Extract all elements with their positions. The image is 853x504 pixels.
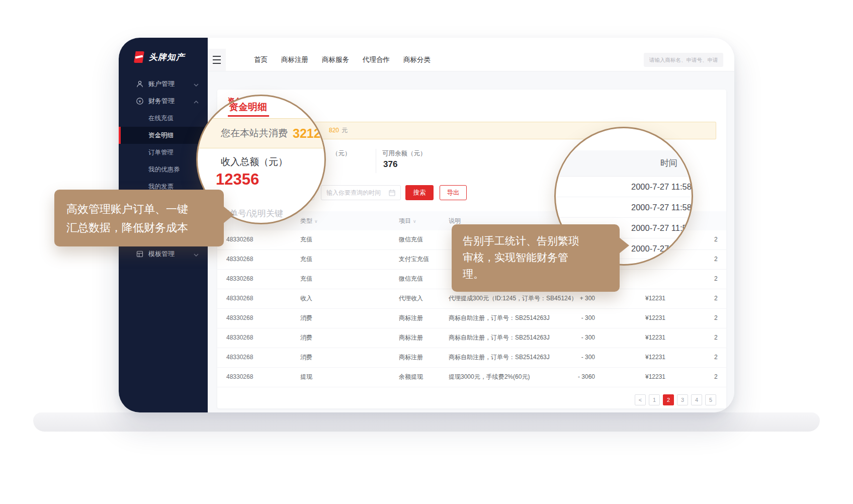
cell-project: 代理收入 [399, 289, 423, 308]
cell-order: 48330268 [226, 270, 253, 288]
cell-order: 48330268 [226, 368, 253, 386]
callout-line: 审核，实现智能财务管 [463, 249, 620, 266]
magnified-banner: 您在本站共消费 32124 [196, 118, 326, 148]
cell-amount: + 300 [539, 289, 595, 308]
cell-project: 商标注册 [399, 309, 423, 327]
svg-text:¥: ¥ [138, 99, 141, 104]
sort-chevron-icon: ∨ [413, 219, 416, 224]
cell-project: 商标注册 [399, 328, 423, 347]
cell-balance: ¥12231 [645, 328, 665, 347]
cell-time: 2 [714, 328, 718, 347]
logo-icon [134, 51, 144, 63]
topnav: 首页商标注册商标服务代理合作商标分类 [208, 49, 734, 71]
cell-project: 微信充值 [399, 270, 423, 288]
sidebar-item-account[interactable]: 账户管理 [119, 75, 208, 93]
calendar-icon[interactable] [389, 189, 395, 196]
hamburger-icon [213, 56, 221, 64]
cell-order: 48330268 [226, 250, 253, 269]
table-row: 48330268提现余额提现提现3000元，手续费2%(60元)- 3060¥1… [217, 368, 726, 387]
table-row: 48330268收入代理收入代理提成300元（ID:1245，订单号：SB451… [217, 289, 726, 309]
table-row: 48330268消费商标注册商标自助注册，订单号：SB2514263J- 300… [217, 348, 726, 368]
logo-text: 头牌知产 [149, 52, 185, 63]
cell-time: 2 [714, 368, 718, 386]
cell-desc: 商标自助注册，订单号：SB2514263J [449, 309, 550, 327]
cell-time: 2 [714, 250, 718, 269]
cell-order: 48330268 [226, 328, 253, 347]
laptop-base [33, 412, 820, 432]
cell-balance: ¥12231 [645, 368, 665, 386]
magnified-income-value: 12356 [216, 171, 259, 189]
search-button[interactable]: 搜索 [405, 185, 434, 200]
cell-time: 2 [714, 309, 718, 327]
cell-type: 消费 [300, 309, 312, 327]
sidebar-item-template[interactable]: 模板管理 [119, 245, 208, 263]
callout-smart-finance: 告别手工统计、告别繁琐审核，实现智能财务管理。 [452, 224, 620, 292]
column-header[interactable]: 类型∨ [300, 211, 318, 231]
cell-amount: - 300 [539, 348, 595, 367]
sidebar-item-label: 模板管理 [148, 249, 175, 259]
nav-item[interactable]: 代理合作 [363, 55, 390, 64]
page-button[interactable]: 5 [705, 394, 716, 405]
chevron-up-icon [194, 98, 199, 105]
sidebar-subitem-item[interactable]: 在线充值 [119, 110, 208, 127]
banner-amount-tail: 820 元 [329, 122, 348, 139]
cell-project: 微信充值 [399, 230, 423, 249]
cell-desc: 商标自助注册，订单号：SB2514263J [449, 348, 550, 367]
magnified-time-cell: 2000-7-27 11:58:03 [556, 177, 693, 197]
nav-item[interactable]: 商标服务 [322, 55, 349, 64]
sidebar-item-finance[interactable]: ¥ 财务管理 [119, 93, 208, 110]
topnav-links: 首页商标注册商标服务代理合作商标分类 [254, 55, 444, 64]
table-row: 48330268消费商标注册商标自助注册，订单号：SB2514263J- 300… [217, 309, 726, 328]
cell-type: 充值 [300, 250, 312, 269]
sidebar-subitem-active[interactable]: 资金明细 [119, 127, 208, 144]
brand-logo[interactable]: 头牌知产 [134, 51, 185, 63]
column-header[interactable]: 项目∨ [399, 211, 416, 231]
header-search-input[interactable] [644, 53, 723, 67]
page-button[interactable]: 1 [649, 394, 660, 405]
cell-desc: 商标自助注册，订单号：SB2514263J [449, 328, 550, 347]
cell-project: 余额提现 [399, 368, 423, 386]
sidebar-subitem-item[interactable]: 我的优惠券 [119, 161, 208, 178]
page-button[interactable]: 2 [663, 394, 674, 405]
stats-divider [376, 149, 376, 173]
banner-tail-unit: 元 [342, 122, 348, 139]
nav-item[interactable]: 商标注册 [281, 55, 308, 64]
sidebar-finance-submenu: 在线充值资金明细订单管理我的优惠券我的发票 [119, 110, 208, 195]
cell-type: 消费 [300, 348, 312, 367]
cell-project: 支付宝充值 [399, 250, 429, 269]
page-button[interactable]: 3 [677, 394, 688, 405]
cell-type: 充值 [300, 230, 312, 249]
magnified-tab-underline [228, 115, 269, 117]
cell-time: 2 [714, 270, 718, 288]
nav-item[interactable]: 商标分类 [403, 55, 431, 64]
expense-label-remnant: （元） [332, 149, 351, 158]
cell-balance: ¥12231 [645, 289, 665, 308]
cell-project: 商标注册 [399, 348, 423, 367]
export-button[interactable]: 导出 [440, 185, 467, 200]
template-icon [136, 250, 144, 258]
page-button[interactable]: 4 [691, 394, 702, 405]
cell-amount: - 3060 [539, 368, 595, 386]
callout-orders: 高效管理账户订单、一键汇总数据，降低财务成本 [54, 190, 224, 246]
magnified-time-header: 时间 [556, 150, 693, 177]
cell-order: 48330268 [226, 309, 253, 327]
sidebar-menu: 账户管理 ¥ 财务管理 在线充值资金明细订单管理我的优惠券我的发票 [119, 75, 208, 195]
menu-button[interactable] [208, 49, 226, 71]
table-row: 48330268消费商标注册商标自助注册，订单号：SB2514263J- 300… [217, 328, 726, 348]
cell-type: 消费 [300, 328, 312, 347]
cell-desc: 提现3000元，手续费2%(60元) [449, 368, 530, 386]
magnified-time-cell: 2000-7-27 11:58:03 [556, 197, 693, 218]
sidebar-subitem-item[interactable]: 订单管理 [119, 144, 208, 161]
magnified-tab-label: 资金明细 [229, 101, 267, 114]
nav-item[interactable]: 首页 [254, 55, 268, 64]
magnified-banner-prefix: 您在本站共消费 [221, 127, 288, 140]
callout-line: 汇总数据，降低财务成本 [66, 218, 224, 237]
pagination: <12345 [635, 394, 716, 405]
available-balance-label: 可用余额（元） [382, 149, 426, 158]
callout-line: 理。 [463, 266, 620, 282]
callout-line: 高效管理账户订单、一键 [66, 200, 224, 218]
cell-type: 充值 [300, 270, 312, 288]
page-prev-button[interactable]: < [635, 394, 646, 405]
sidebar-menu-bottom: 模板管理 [119, 245, 208, 263]
cell-type: 提现 [300, 368, 312, 386]
